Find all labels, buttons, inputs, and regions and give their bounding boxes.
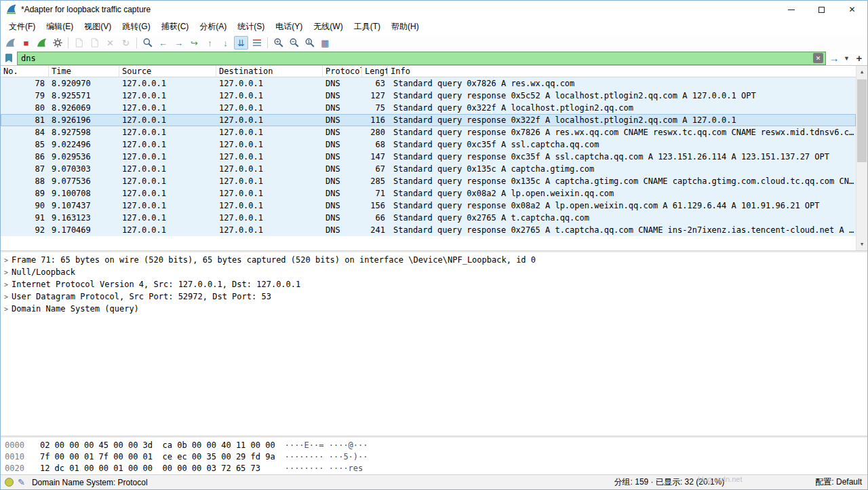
packet-row[interactable]: 919.163123127.0.0.1127.0.0.1DNS66Standar… [1,212,856,224]
packet-row[interactable]: 859.022496127.0.0.1127.0.0.1DNS68Standar… [1,138,856,151]
hex-row[interactable]: 000002 00 00 00 45 00 00 3d ca 0b 00 00 … [5,439,867,451]
close-file-button[interactable]: ✕ [103,36,117,50]
go-to-packet-button[interactable]: ↪ [187,36,201,50]
hex-ascii: ········ ····res [285,464,363,473]
cell-destination: 127.0.0.1 [216,175,323,187]
start-capture-button[interactable] [3,36,18,50]
detail-text: Internet Protocol Version 4, Src: 127.0.… [12,280,300,289]
packet-row[interactable]: 788.920970127.0.0.1127.0.0.1DNS63Standar… [1,77,856,90]
cell-source: 127.0.0.1 [119,175,216,187]
column-header-destination[interactable]: Destination [216,66,323,77]
cell-length: 127 [362,90,388,102]
menu-item[interactable]: 工具(T) [349,19,386,35]
menu-item[interactable]: 捕获(C) [156,19,195,35]
cell-time: 9.022496 [49,138,119,151]
packet-row[interactable]: 899.100708127.0.0.1127.0.0.1DNS71Standar… [1,187,856,200]
resize-columns-button[interactable]: ▦ [318,36,332,50]
save-file-button[interactable] [87,36,102,50]
filter-clear-icon[interactable]: ✕ [813,53,823,63]
expand-chevron-icon[interactable]: > [1,269,12,276]
capture-comment-icon[interactable]: ✎ [18,477,25,487]
cell-length: 68 [362,138,388,151]
auto-scroll-button[interactable]: ⇊ [234,36,248,50]
cell-no: 80 [1,102,49,114]
hex-bytes: 7f 00 00 01 7f 00 00 01 ce ec 00 35 00 2… [40,452,275,461]
zoom-in-button[interactable]: + [271,36,285,50]
open-file-button[interactable] [72,36,86,50]
go-last-packet-button[interactable]: ↓ [218,36,233,50]
zoom-out-button[interactable]: − [287,36,301,50]
filter-add-button[interactable]: + [852,52,866,65]
go-back-button[interactable]: ← [156,36,170,50]
close-button[interactable]: ✕ [837,1,867,18]
menu-item[interactable]: 编辑(E) [41,19,79,35]
menu-item[interactable]: 统计(S) [232,19,270,35]
colorize-button[interactable] [250,36,264,50]
scroll-up-icon[interactable]: ▲ [856,67,867,77]
detail-row[interactable]: >Null/Loopback [1,266,867,278]
menu-item[interactable]: 帮助(H) [386,19,425,35]
packet-row[interactable]: 818.926196127.0.0.1127.0.0.1DNS116Standa… [1,114,856,126]
packet-row[interactable]: 889.077536127.0.0.1127.0.0.1DNS285Standa… [1,175,856,187]
expand-chevron-icon[interactable]: > [1,293,12,301]
packet-row[interactable]: 848.927598127.0.0.1127.0.0.1DNS280Standa… [1,126,856,138]
cell-time: 9.070303 [49,163,119,175]
hex-row[interactable]: 002012 dc 01 00 00 01 00 00 00 00 00 03 … [5,462,867,474]
detail-row[interactable]: >Frame 71: 65 bytes on wire (520 bits), … [1,254,867,266]
expand-chevron-icon[interactable]: > [1,257,12,264]
cell-protocol: DNS [323,212,362,224]
capture-options-button[interactable] [50,36,64,50]
minimize-button[interactable] [776,1,806,18]
packet-list-scrollbar[interactable]: ▲ ▼ [856,66,867,250]
menu-item[interactable]: 跳转(G) [117,19,155,35]
display-filter-input[interactable]: dns ✕ [17,52,826,65]
cell-source: 127.0.0.1 [119,212,216,224]
find-packet-button[interactable] [140,36,155,50]
go-forward-button[interactable]: → [172,36,186,50]
reload-file-button[interactable]: ↻ [119,36,133,50]
column-header-length[interactable]: Length [362,66,388,77]
hex-row[interactable]: 00107f 00 00 01 7f 00 00 01 ce ec 00 35 … [5,451,867,462]
maximize-button[interactable] [806,1,837,18]
menu-item[interactable]: 无线(W) [308,19,348,35]
restart-capture-button[interactable] [35,36,49,50]
column-header-source[interactable]: Source [119,66,216,77]
filter-apply-button[interactable]: → [827,52,841,65]
menu-item[interactable]: 文件(F) [3,19,41,35]
detail-row[interactable]: >User Datagram Protocol, Src Port: 52972… [1,290,867,303]
zoom-reset-button[interactable]: 1 [302,36,317,50]
column-header-time[interactable]: Time [49,66,119,77]
cell-length: 63 [362,77,388,90]
detail-row[interactable]: >Internet Protocol Version 4, Src: 127.0… [1,278,867,290]
column-header-no[interactable]: No. [1,66,49,77]
packet-row[interactable]: 808.926069127.0.0.1127.0.0.1DNS75Standar… [1,102,856,114]
status-profile[interactable]: 配置: Default [815,476,862,488]
packet-row[interactable]: 869.029536127.0.0.1127.0.0.1DNS147Standa… [1,151,856,163]
cell-destination: 127.0.0.1 [216,200,323,212]
menu-item[interactable]: 电话(Y) [270,19,308,35]
column-header-info[interactable]: Info [388,66,856,77]
expand-chevron-icon[interactable]: > [1,305,12,313]
cell-protocol: DNS [323,163,362,175]
go-first-packet-button[interactable]: ↑ [203,36,217,50]
packet-row[interactable]: 929.170469127.0.0.1127.0.0.1DNS241Standa… [1,224,856,236]
scroll-down-icon[interactable]: ▼ [856,239,867,250]
column-header-protocol[interactable]: Protocol [323,66,362,77]
cell-time: 9.170469 [49,224,119,236]
packet-details-pane: >Frame 71: 65 bytes on wire (520 bits), … [1,252,867,436]
menu-item[interactable]: 视图(V) [79,19,117,35]
filter-bookmark-icon[interactable] [2,52,16,65]
stop-capture-button[interactable]: ■ [19,36,33,50]
packet-row[interactable]: 879.070303127.0.0.1127.0.0.1DNS67Standar… [1,163,856,175]
cell-time: 9.107437 [49,200,119,212]
cell-protocol: DNS [323,200,362,212]
filter-dropdown-icon[interactable]: ▼ [842,52,851,65]
menu-item[interactable]: 分析(A) [194,19,232,35]
cell-protocol: DNS [323,77,362,90]
expert-info-icon[interactable] [5,478,14,487]
scroll-thumb[interactable] [857,79,867,162]
detail-row[interactable]: >Domain Name System (query) [1,303,867,315]
expand-chevron-icon[interactable]: > [1,281,12,288]
packet-row[interactable]: 798.925571127.0.0.1127.0.0.1DNS127Standa… [1,90,856,102]
packet-row[interactable]: 909.107437127.0.0.1127.0.0.1DNS156Standa… [1,200,856,212]
